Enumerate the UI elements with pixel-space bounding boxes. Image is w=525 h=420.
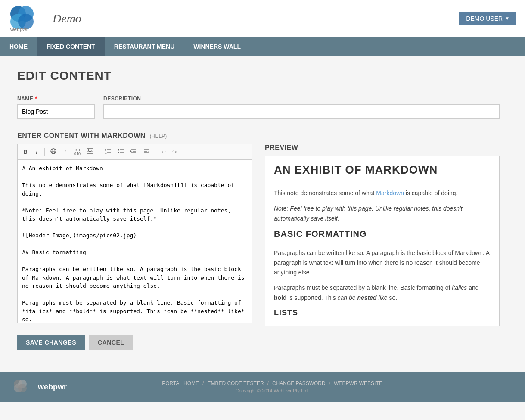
bold-example: bold <box>274 294 287 301</box>
indent-right-button[interactable] <box>140 146 152 157</box>
nav-item-home[interactable]: HOME <box>0 37 37 56</box>
form-row: NAME * DESCRIPTION <box>17 96 500 119</box>
link-button[interactable] <box>47 146 59 158</box>
footer-change-password[interactable]: CHANGE PASSWORD <box>272 380 326 386</box>
nav-item-restaurant-menu[interactable]: RESTAURANT MENU <box>105 37 184 56</box>
content-section: ENTER CONTENT WITH MARKDOWN (HELP) B I <box>17 132 500 326</box>
name-label: NAME * <box>17 96 95 102</box>
ordered-list-button[interactable]: 1. 2. <box>102 146 114 157</box>
code-button[interactable]: 101010 <box>71 146 83 158</box>
save-button[interactable]: SAVE CHANGES <box>17 335 85 350</box>
button-row: SAVE CHANGES CANCEL <box>17 335 500 350</box>
main-nav: HOME FIXED CONTENT RESTAURANT MENU WINNE… <box>0 37 525 56</box>
footer-webpwr-website[interactable]: WEBPWR WEBSITE <box>334 380 382 386</box>
footer-logo-icon <box>13 379 34 395</box>
undo-button[interactable]: ↩ <box>158 147 168 157</box>
footer-portal-home[interactable]: PORTAL HOME <box>162 380 199 386</box>
logo-icon: webpwr TAKE CONTROL <box>9 4 47 32</box>
editor-preview-row: B I " 101010 <box>17 144 500 326</box>
preview-label: PREVIEW <box>265 144 500 152</box>
svg-point-28 <box>18 384 27 392</box>
help-link[interactable]: (HELP) <box>150 133 167 139</box>
toolbar-separator-3 <box>155 148 155 156</box>
preview-h1: AN EXHIBIT OF MARKDOWN <box>274 163 491 181</box>
svg-point-17 <box>118 152 119 153</box>
footer-logo-text: webpwr <box>38 383 67 392</box>
bold-button[interactable]: B <box>20 147 31 157</box>
section-header: ENTER CONTENT WITH MARKDOWN <box>17 132 146 139</box>
demo-user-button[interactable]: DEMO USER ▼ <box>459 12 516 25</box>
demo-label: Demo <box>53 12 81 25</box>
footer-links: PORTAL HOME / EMBED CODE TESTER / CHANGE… <box>162 380 382 393</box>
cancel-button[interactable]: CANCEL <box>89 335 133 350</box>
preview-note: Note: Feel free to play with this page. … <box>274 204 491 223</box>
indent-right-icon <box>143 148 150 154</box>
markdown-editor[interactable]: # An exhibit of Markdown This note demon… <box>17 159 252 323</box>
image-button[interactable] <box>84 146 96 157</box>
indent-left-button[interactable] <box>127 146 140 157</box>
preview-para2: Paragraphs must be separated by a blank … <box>274 283 491 302</box>
chevron-down-icon: ▼ <box>505 16 509 21</box>
redo-button[interactable]: ↪ <box>169 147 180 157</box>
indent-left-icon <box>130 148 137 154</box>
section-header-row: ENTER CONTENT WITH MARKDOWN (HELP) <box>17 132 500 140</box>
italics-example: italics <box>452 284 467 291</box>
page-title: EDIT CONTENT <box>17 69 500 83</box>
demo-user-label: DEMO USER <box>466 15 503 22</box>
preview-box: AN EXHIBIT OF MARKDOWN This note demonst… <box>265 156 500 326</box>
ul-icon <box>117 148 124 154</box>
footer-link-row: PORTAL HOME / EMBED CODE TESTER / CHANGE… <box>162 380 382 386</box>
link-icon <box>50 148 57 155</box>
image-icon <box>87 148 93 154</box>
header: webpwr TAKE CONTROL Demo DEMO USER ▼ <box>0 0 525 37</box>
ol-icon: 1. 2. <box>104 148 111 154</box>
svg-text:webpwr: webpwr <box>10 27 28 32</box>
preview-h3-lists: LISTS <box>274 308 491 317</box>
preview-column: PREVIEW AN EXHIBIT OF MARKDOWN This note… <box>265 144 500 326</box>
toolbar-separator-1 <box>44 148 45 156</box>
markdown-link[interactable]: Markdown <box>376 190 404 196</box>
svg-point-10 <box>88 149 89 151</box>
logo-area: webpwr TAKE CONTROL Demo <box>9 4 81 32</box>
footer-logo: webpwr <box>13 379 67 395</box>
nav-item-fixed-content[interactable]: FIXED CONTENT <box>37 37 105 56</box>
nav-item-winners-wall[interactable]: WINNERS WALL <box>184 37 250 56</box>
footer-embed-code-tester[interactable]: EMBED CODE TESTER <box>207 380 264 386</box>
blockquote-button[interactable]: " <box>60 147 71 157</box>
footer: webpwr PORTAL HOME / EMBED CODE TESTER /… <box>0 372 525 402</box>
description-label: DESCRIPTION <box>103 96 500 102</box>
description-field-group: DESCRIPTION <box>103 96 500 119</box>
required-star: * <box>33 96 37 102</box>
footer-copyright: Copyright © 2014 WebPwr Pty Ltd. <box>162 388 382 393</box>
svg-point-15 <box>118 149 119 151</box>
nested-example: can be nested like <box>338 294 388 301</box>
italic-button[interactable]: I <box>31 147 42 157</box>
main-content: EDIT CONTENT NAME * DESCRIPTION ENTER CO… <box>0 56 517 363</box>
unordered-list-button[interactable] <box>115 146 127 157</box>
description-input[interactable] <box>103 104 500 119</box>
svg-text:2.: 2. <box>105 152 107 154</box>
preview-para1: Paragraphs can be written like so. A par… <box>274 248 491 277</box>
preview-h2-basic: BASIC FORMATTING <box>274 229 491 243</box>
toolbar-separator-2 <box>99 148 99 156</box>
nested-bold-example: nested <box>357 294 377 301</box>
editor-toolbar: B I " 101010 <box>17 144 252 159</box>
editor-column: B I " 101010 <box>17 144 252 326</box>
name-field-group: NAME * <box>17 96 95 119</box>
preview-intro: This note demonstrates some of what Mark… <box>274 188 491 198</box>
name-input[interactable] <box>17 104 95 119</box>
